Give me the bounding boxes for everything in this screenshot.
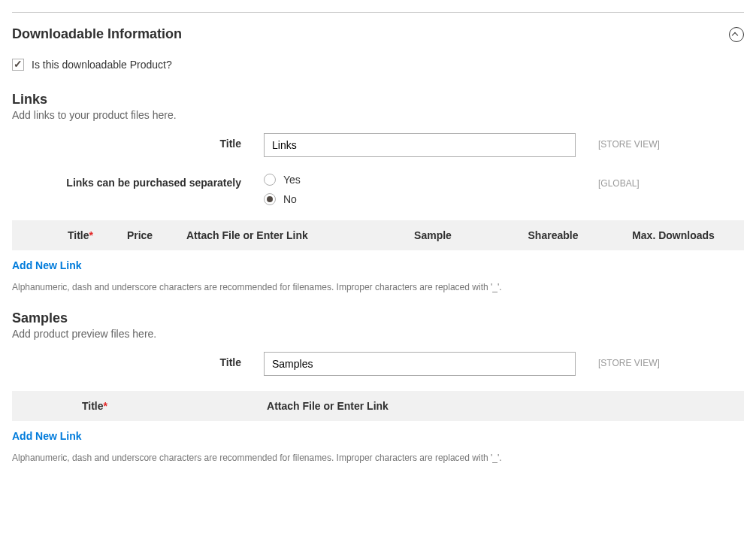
samples-title-field: Title [STORE VIEW] xyxy=(12,352,744,376)
samples-col-attach: Attach File or Enter Link xyxy=(177,400,478,412)
links-purchase-no[interactable]: No xyxy=(264,193,576,205)
add-new-sample-button[interactable]: Add New Link xyxy=(12,430,82,442)
radio-icon xyxy=(264,174,276,186)
links-heading: Links xyxy=(12,92,744,108)
samples-heading: Samples xyxy=(12,310,744,326)
radio-label: Yes xyxy=(283,174,301,186)
links-col-max: Max. Downloads xyxy=(606,229,741,241)
samples-title-label: Title xyxy=(12,352,264,368)
samples-title-scope: [STORE VIEW] xyxy=(576,352,660,368)
links-note: Alphanumeric, dash and underscore charac… xyxy=(12,282,744,292)
downloadable-checkbox[interactable] xyxy=(12,59,24,71)
samples-description: Add product preview files here. xyxy=(12,328,744,340)
divider xyxy=(12,12,744,13)
links-grid-header: Title* Price Attach File or Enter Link S… xyxy=(12,220,744,250)
samples-note: Alphanumeric, dash and underscore charac… xyxy=(12,453,744,463)
links-title-input[interactable] xyxy=(264,133,576,157)
radio-icon xyxy=(264,193,276,205)
links-col-sample: Sample xyxy=(365,229,500,241)
links-purchase-radio-group: Yes No xyxy=(264,172,576,205)
col-label: Title xyxy=(82,400,104,412)
links-description: Add links to your product files here. xyxy=(12,109,744,121)
samples-col-title: Title* xyxy=(12,400,177,412)
required-asterisk: * xyxy=(104,400,107,412)
links-purchase-scope: [GLOBAL] xyxy=(576,172,640,189)
section-header: Downloadable Information xyxy=(12,26,744,42)
links-purchase-yes[interactable]: Yes xyxy=(264,174,576,186)
links-title-field: Title [STORE VIEW] xyxy=(12,133,744,157)
section-title: Downloadable Information xyxy=(12,26,182,42)
samples-title-input[interactable] xyxy=(264,352,576,376)
links-purchase-label: Links can be purchased separately xyxy=(12,172,264,189)
links-title-scope: [STORE VIEW] xyxy=(576,133,660,150)
radio-label: No xyxy=(283,193,297,205)
links-col-share: Shareable xyxy=(500,229,606,241)
col-label: Title xyxy=(68,229,89,241)
links-col-price: Price xyxy=(102,229,177,241)
links-col-title: Title* xyxy=(12,229,102,241)
add-new-link-button[interactable]: Add New Link xyxy=(12,259,82,271)
downloadable-checkbox-row: Is this downloadable Product? xyxy=(12,59,744,71)
links-col-attach: Attach File or Enter Link xyxy=(177,229,365,241)
collapse-icon[interactable] xyxy=(729,27,744,42)
downloadable-checkbox-label: Is this downloadable Product? xyxy=(32,59,172,71)
links-purchase-field: Links can be purchased separately Yes No… xyxy=(12,172,744,205)
samples-grid-header: Title* Attach File or Enter Link xyxy=(12,391,744,421)
links-title-label: Title xyxy=(12,133,264,150)
required-asterisk: * xyxy=(89,229,93,241)
